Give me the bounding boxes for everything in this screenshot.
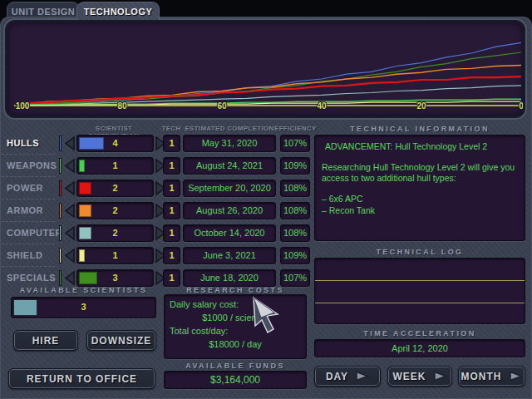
technology-screen: UNIT DESIGN TECHNOLOGY 100806040200 SCIE… bbox=[0, 0, 532, 399]
svg-text:40: 40 bbox=[317, 101, 327, 111]
row-divider bbox=[2, 244, 55, 244]
month-button-label: MONTH bbox=[461, 371, 502, 382]
scientist-distribution-bar: 2 bbox=[76, 180, 154, 197]
tech-level-field: 1 bbox=[163, 180, 180, 197]
daily-salary-value: $1000 / scientist bbox=[170, 312, 301, 325]
day-button[interactable]: DAY bbox=[314, 366, 381, 387]
research-row: HULLS 4 1 May 31, 2020 107% bbox=[0, 135, 314, 152]
log-entry bbox=[315, 281, 525, 303]
category-label[interactable]: WEAPONS bbox=[7, 160, 57, 170]
category-label[interactable]: SPECIALS bbox=[7, 273, 56, 283]
category-label[interactable]: COMPUTER bbox=[7, 228, 62, 238]
research-history-chart: 100806040200 bbox=[5, 20, 525, 118]
row-divider bbox=[2, 266, 55, 267]
svg-text:80: 80 bbox=[117, 101, 127, 111]
week-button-label: WEEK bbox=[393, 371, 426, 382]
available-scientists-bar: 3 bbox=[11, 297, 156, 318]
decrease-scientists-button[interactable] bbox=[64, 225, 76, 241]
efficiency-field: 107% bbox=[280, 269, 310, 287]
play-week-icon bbox=[433, 371, 447, 382]
decrease-scientists-button[interactable] bbox=[64, 248, 76, 264]
scientist-distribution-bar: 4 bbox=[76, 135, 154, 152]
research-row: ARMOR 2 1 August 26, 2020 108% bbox=[0, 202, 314, 219]
row-divider bbox=[2, 221, 55, 222]
category-color-tick bbox=[59, 135, 62, 151]
total-cost-label: Total cost/day: bbox=[170, 325, 301, 338]
scientist-count: 2 bbox=[77, 205, 153, 215]
tech-level-field: 1 bbox=[163, 224, 180, 242]
tech-level-field: 1 bbox=[163, 135, 180, 152]
time-acceleration-header: TIME ACCELERATION bbox=[314, 329, 525, 337]
row-divider bbox=[2, 176, 55, 177]
estimated-completion-field: September 20, 2020 bbox=[183, 180, 276, 197]
research-row: SPECIALS 3 1 June 18, 2020 107% bbox=[0, 269, 314, 287]
scientist-count: 2 bbox=[77, 183, 153, 193]
category-color-tick bbox=[59, 225, 62, 241]
svg-text:20: 20 bbox=[416, 101, 426, 111]
tech-level-field: 1 bbox=[163, 157, 180, 175]
downsize-button[interactable]: DOWNSIZE bbox=[86, 330, 156, 351]
week-button[interactable]: WEEK bbox=[387, 366, 452, 387]
efficiency-field: 108% bbox=[280, 202, 310, 219]
category-label[interactable]: ARMOR bbox=[7, 205, 43, 215]
research-row: SHIELD 1 1 June 3, 2021 109% bbox=[0, 247, 314, 264]
scientist-distribution-bar: 2 bbox=[76, 202, 154, 219]
technical-information-header: TECHNICAL INFORMATION bbox=[314, 125, 525, 133]
tech-level-field: 1 bbox=[163, 269, 180, 287]
tech-level-field: 1 bbox=[163, 247, 180, 264]
total-cost-value: $18000 / day bbox=[170, 338, 301, 352]
svg-text:100: 100 bbox=[16, 101, 30, 111]
row-divider bbox=[2, 199, 55, 200]
col-estimated-completion: ESTIMATED COMPLETION bbox=[183, 125, 276, 132]
downsize-button-label: DOWNSIZE bbox=[91, 335, 152, 347]
decrease-scientists-button[interactable] bbox=[64, 135, 76, 151]
research-costs-box: Daily salary cost: $1000 / scientist Tot… bbox=[164, 294, 307, 359]
advancement-title: ADVANCEMENT: Hull Technology Level 2 bbox=[325, 141, 518, 152]
return-to-office-button[interactable]: RETURN TO OFFICE bbox=[8, 368, 155, 389]
category-color-tick bbox=[59, 248, 62, 264]
estimated-completion-field: August 26, 2020 bbox=[183, 202, 276, 219]
efficiency-field: 109% bbox=[280, 157, 310, 175]
category-label[interactable]: POWER bbox=[7, 183, 43, 193]
research-costs-header: RESEARCH COSTS bbox=[164, 286, 307, 294]
efficiency-field: 109% bbox=[280, 247, 310, 264]
svg-text:0: 0 bbox=[519, 101, 523, 111]
play-month-icon bbox=[509, 371, 523, 382]
technical-log-header: TECHNICAL LOG bbox=[314, 248, 525, 256]
research-row: COMPUTER 2 1 October 14, 2020 108% bbox=[0, 224, 314, 242]
tab-technology[interactable]: TECHNOLOGY bbox=[76, 2, 160, 20]
return-to-office-label: RETURN TO OFFICE bbox=[27, 373, 137, 385]
category-label[interactable]: SHIELD bbox=[7, 250, 42, 260]
research-row: POWER 2 1 September 20, 2020 108% bbox=[0, 180, 314, 197]
tab-bar: UNIT DESIGN TECHNOLOGY bbox=[0, 0, 532, 18]
efficiency-field: 108% bbox=[280, 224, 310, 242]
daily-salary-label: Daily salary cost: bbox=[170, 298, 301, 312]
available-scientists-count: 3 bbox=[12, 302, 155, 312]
technical-log-box bbox=[314, 258, 525, 324]
current-date-field: April 12, 2020 bbox=[314, 339, 525, 357]
available-funds-field: $3,164,000 bbox=[164, 371, 307, 389]
hire-button[interactable]: HIRE bbox=[13, 330, 78, 351]
scientist-distribution-bar: 2 bbox=[76, 224, 154, 242]
hull-type-item: – Recon Tank bbox=[322, 205, 518, 216]
scientist-count: 2 bbox=[77, 228, 153, 238]
tech-level-field: 1 bbox=[163, 202, 180, 219]
scientist-distribution-bar: 1 bbox=[76, 157, 154, 175]
efficiency-field: 108% bbox=[280, 180, 310, 197]
scientist-count: 1 bbox=[77, 250, 153, 260]
available-scientists-header: AVAILABLE SCIENTISTS bbox=[11, 286, 156, 294]
row-divider bbox=[2, 154, 55, 155]
estimated-completion-field: June 18, 2020 bbox=[183, 269, 276, 287]
decrease-scientists-button[interactable] bbox=[64, 180, 76, 196]
col-efficiency: EFFICIENCY bbox=[274, 125, 316, 132]
scientist-count: 3 bbox=[77, 273, 153, 283]
decrease-scientists-button[interactable] bbox=[64, 270, 76, 286]
month-button[interactable]: MONTH bbox=[458, 366, 525, 387]
research-chart-svg: 100806040200 bbox=[7, 22, 523, 116]
category-color-tick bbox=[59, 203, 62, 219]
decrease-scientists-button[interactable] bbox=[64, 158, 76, 174]
category-label[interactable]: HULLS bbox=[7, 138, 39, 148]
category-color-tick bbox=[59, 180, 62, 196]
decrease-scientists-button[interactable] bbox=[64, 203, 76, 219]
scientist-count: 4 bbox=[77, 138, 153, 148]
